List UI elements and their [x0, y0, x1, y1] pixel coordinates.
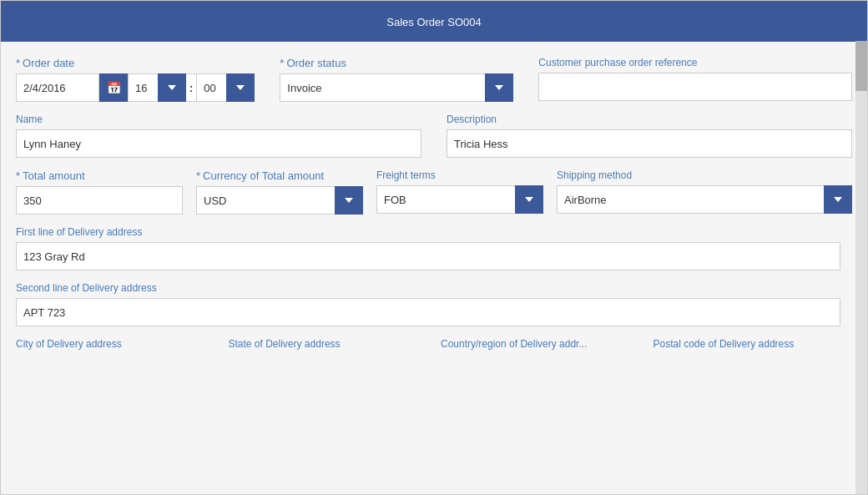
country-label: Country/region of Delivery addr...: [441, 338, 640, 353]
currency-select-wrapper: USD EUR GBP CAD: [196, 186, 363, 215]
title-bar: Sales Order SO004: [1, 1, 867, 42]
time-colon: :: [186, 73, 196, 102]
required-star-order-status: *: [280, 57, 284, 69]
row-3: *Total amount *Currency of Total amount …: [16, 169, 852, 215]
description-input[interactable]: [447, 129, 852, 158]
group-delivery-line2: Second line of Delivery address: [16, 282, 852, 326]
postal-label: Postal code of Delivery address: [654, 338, 853, 353]
date-wrapper: 📅 16 : 00: [16, 73, 255, 102]
form-area: *Order date 📅 16 :: [1, 42, 867, 494]
delivery-line2-label: Second line of Delivery address: [16, 282, 852, 294]
order-date-input[interactable]: [16, 73, 99, 102]
scrollbar-track[interactable]: [855, 41, 867, 494]
description-label: Description: [447, 114, 852, 125]
row-6-labels: City of Delivery address State of Delive…: [16, 338, 852, 353]
row-2: Name Description: [16, 114, 852, 158]
city-label: City of Delivery address: [16, 338, 215, 353]
group-freight-terms: Freight terms FOB CIF EXW DDP: [376, 169, 543, 214]
group-customer-ref: Customer purchase order reference: [538, 57, 852, 101]
delivery-line2-input[interactable]: [16, 298, 840, 326]
group-shipping-method: Shipping method AirBorne Ground Express …: [557, 169, 852, 214]
row-5: Second line of Delivery address: [16, 282, 852, 326]
group-delivery-line1: First line of Delivery address: [16, 226, 852, 270]
required-star-total: *: [16, 169, 20, 182]
calendar-button[interactable]: 📅: [99, 73, 128, 102]
name-input[interactable]: [16, 129, 421, 158]
order-status-select-wrapper: Invoice Draft Confirmed Cancelled: [280, 73, 513, 102]
shipping-method-select[interactable]: AirBorne Ground Express Overnight: [557, 185, 852, 214]
group-name: Name: [16, 114, 421, 158]
order-status-select[interactable]: Invoice Draft Confirmed Cancelled: [280, 73, 513, 102]
hour-select-wrapper: 16: [128, 73, 186, 102]
minute-select[interactable]: 00: [196, 73, 255, 102]
group-currency: *Currency of Total amount USD EUR GBP CA…: [196, 169, 363, 215]
delivery-line1-label: First line of Delivery address: [16, 226, 852, 238]
group-order-date: *Order date 📅 16 :: [16, 57, 255, 102]
name-label: Name: [16, 114, 421, 125]
group-description: Description: [447, 114, 852, 158]
required-star-order-date: *: [16, 57, 20, 69]
minute-select-wrapper: 00: [196, 73, 255, 102]
group-total-amount: *Total amount: [16, 169, 183, 215]
order-date-label: *Order date: [16, 57, 255, 69]
required-star-currency: *: [196, 169, 200, 182]
state-label: State of Delivery address: [229, 338, 428, 353]
currency-select[interactable]: USD EUR GBP CAD: [196, 186, 363, 215]
hour-select[interactable]: 16: [128, 73, 186, 102]
total-amount-input[interactable]: [16, 186, 183, 215]
delivery-line1-input[interactable]: [16, 242, 840, 270]
freight-terms-select-wrapper: FOB CIF EXW DDP: [376, 185, 543, 214]
calendar-icon: 📅: [107, 81, 121, 94]
customer-ref-label: Customer purchase order reference: [538, 57, 852, 68]
group-order-status: *Order status Invoice Draft Confirmed Ca…: [280, 57, 513, 102]
order-status-label: *Order status: [280, 57, 513, 69]
total-amount-label: *Total amount: [16, 169, 183, 182]
main-window: Sales Order SO004 *Order date 📅: [0, 0, 868, 495]
freight-terms-select[interactable]: FOB CIF EXW DDP: [376, 185, 543, 214]
page-title: Sales Order SO004: [386, 16, 481, 28]
shipping-method-label: Shipping method: [557, 169, 852, 181]
customer-ref-input[interactable]: [538, 73, 852, 101]
shipping-method-select-wrapper: AirBorne Ground Express Overnight: [557, 185, 852, 214]
freight-terms-label: Freight terms: [376, 169, 543, 181]
row-4: First line of Delivery address: [16, 226, 852, 270]
currency-label: *Currency of Total amount: [196, 169, 363, 182]
scrollbar-thumb[interactable]: [855, 41, 867, 91]
row-1: *Order date 📅 16 :: [16, 57, 852, 102]
